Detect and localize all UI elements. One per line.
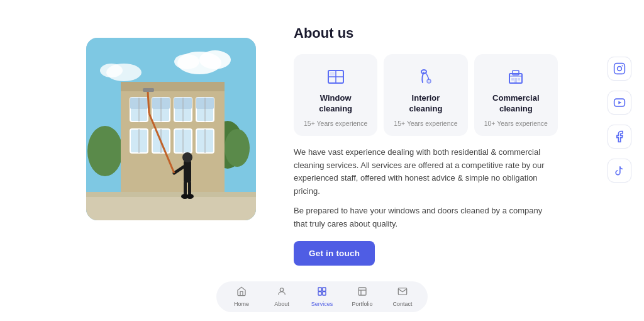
services-icon xyxy=(317,286,327,299)
svg-point-48 xyxy=(427,79,431,83)
svg-point-3 xyxy=(174,54,199,69)
svg-rect-10 xyxy=(121,82,225,91)
nav-about-label: About xyxy=(274,301,289,307)
svg-rect-61 xyxy=(318,288,321,291)
nav-services[interactable]: Services xyxy=(309,286,335,307)
tiktok-button[interactable] xyxy=(608,159,631,183)
nav-home[interactable]: Home xyxy=(229,286,254,307)
svg-point-38 xyxy=(186,194,194,199)
interior-cleaning-name: Interiorcleaning xyxy=(409,93,443,115)
svg-rect-35 xyxy=(184,181,187,195)
description-para1: We have vast experience dealing with bot… xyxy=(294,146,558,198)
svg-point-56 xyxy=(618,67,622,71)
svg-rect-55 xyxy=(614,64,625,74)
service-cards: Windowcleaning 15+ Years experience Inte… xyxy=(294,54,558,136)
portfolio-icon xyxy=(357,286,367,299)
commercial-cleaning-icon xyxy=(504,65,527,88)
nav-services-label: Services xyxy=(311,301,333,307)
nav-portfolio-label: Portfolio xyxy=(352,301,372,307)
svg-rect-52 xyxy=(518,78,520,81)
window-cleaning-exp: 15+ Years experience xyxy=(304,120,367,127)
svg-rect-42 xyxy=(143,88,154,92)
window-cleaning-card: Windowcleaning 15+ Years experience xyxy=(294,54,377,136)
svg-rect-31 xyxy=(86,195,256,220)
svg-point-6 xyxy=(87,126,123,176)
svg-rect-51 xyxy=(511,78,514,81)
facebook-button[interactable] xyxy=(608,125,631,149)
commercial-cleaning-card: Commercialcleaning 10+ Years experience xyxy=(474,54,558,136)
svg-point-57 xyxy=(622,65,623,66)
commercial-cleaning-exp: 10+ Years experience xyxy=(484,120,548,127)
instagram-button[interactable] xyxy=(608,57,631,81)
interior-cleaning-card: Interiorcleaning 15+ Years experience xyxy=(384,54,467,136)
about-section: About us Windowcleaning 15+ Years experi… xyxy=(294,25,558,266)
svg-rect-36 xyxy=(188,181,191,195)
get-in-touch-button[interactable]: Get in touch xyxy=(294,241,375,266)
hero-image xyxy=(86,38,256,220)
window-cleaning-icon xyxy=(325,65,347,88)
interior-cleaning-icon xyxy=(414,65,437,88)
svg-point-2 xyxy=(199,50,231,69)
bottom-nav: Home About Services xyxy=(216,281,428,312)
social-sidebar xyxy=(608,57,631,183)
nav-portfolio[interactable]: Portfolio xyxy=(350,286,375,307)
svg-rect-46 xyxy=(330,72,335,76)
svg-rect-62 xyxy=(323,288,326,291)
svg-rect-33 xyxy=(184,160,191,183)
svg-point-8 xyxy=(225,129,250,167)
description-para2: Be prepared to have your windows and doo… xyxy=(294,205,558,231)
svg-point-60 xyxy=(280,288,283,291)
svg-rect-65 xyxy=(358,288,366,295)
svg-point-34 xyxy=(182,152,192,162)
svg-line-41 xyxy=(148,91,149,113)
youtube-button[interactable] xyxy=(608,91,631,115)
svg-rect-32 xyxy=(86,192,256,197)
nav-home-label: Home xyxy=(234,301,249,307)
section-title: About us xyxy=(294,25,558,42)
about-icon xyxy=(277,286,287,299)
page-container: About us Windowcleaning 15+ Years experi… xyxy=(0,0,644,321)
contact-icon xyxy=(397,286,408,299)
description: We have vast experience dealing with bot… xyxy=(294,146,558,231)
svg-rect-63 xyxy=(318,292,321,295)
interior-cleaning-exp: 15+ Years experience xyxy=(394,120,457,127)
svg-point-5 xyxy=(100,64,123,77)
commercial-cleaning-name: Commercialcleaning xyxy=(492,93,539,115)
main-content: About us Windowcleaning 15+ Years experi… xyxy=(0,0,644,321)
nav-about[interactable]: About xyxy=(269,286,294,307)
svg-rect-53 xyxy=(514,78,517,83)
home-icon xyxy=(236,286,247,299)
svg-marker-59 xyxy=(618,101,621,104)
window-cleaning-name: Windowcleaning xyxy=(319,93,352,115)
svg-rect-64 xyxy=(323,292,326,295)
nav-contact[interactable]: Contact xyxy=(390,286,415,307)
nav-contact-label: Contact xyxy=(392,301,412,307)
